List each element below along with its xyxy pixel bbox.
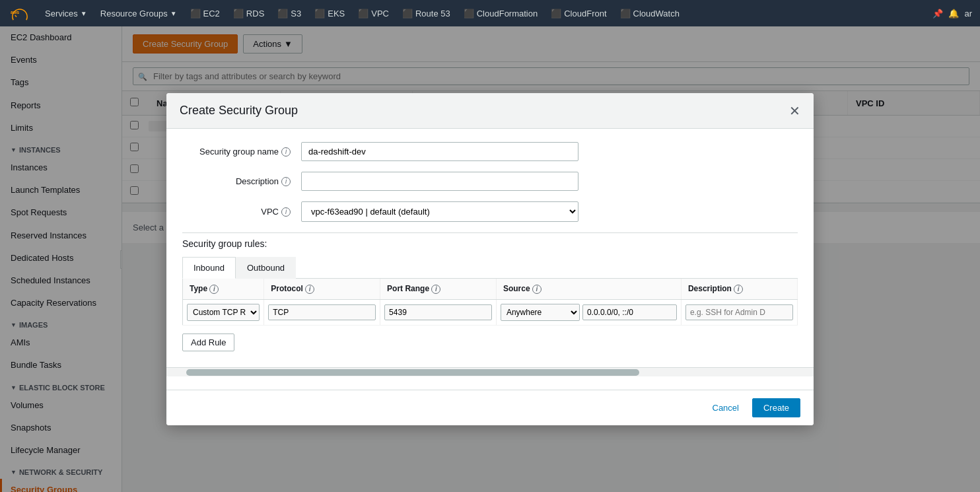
nav-rds[interactable]: ⬛ RDS [228, 6, 269, 21]
create-button[interactable]: Create [752, 398, 800, 417]
description-input[interactable] [301, 172, 578, 191]
tab-inbound[interactable]: Inbound [182, 257, 236, 279]
nav-cloudformation[interactable]: ⬛ CloudFormation [458, 6, 543, 21]
vpc-info-icon[interactable]: i [281, 207, 291, 217]
name-info-icon[interactable]: i [281, 147, 291, 157]
th-type: Type i [183, 279, 264, 299]
rule-protocol-input[interactable] [268, 304, 376, 320]
nav-resource-groups[interactable]: Resource Groups ▼ [95, 6, 182, 21]
nav-cloudfront[interactable]: ⬛ CloudFront [545, 6, 612, 21]
nav-services[interactable]: Services ▼ [40, 6, 92, 21]
nav-vpc[interactable]: ⬛ VPC [353, 6, 394, 21]
th-protocol: Protocol i [264, 279, 380, 299]
rule-type-cell: Custom TCP R [183, 299, 264, 325]
nav-route53[interactable]: ⬛ Route 53 [397, 6, 456, 21]
modal-title: Create Security Group [180, 104, 298, 118]
cancel-button[interactable]: Cancel [706, 399, 746, 417]
modal-scroll-thumb [186, 369, 639, 376]
nav-right-icons: 📌 🔔 ar [932, 9, 972, 18]
rules-tabs: Inbound Outbound [182, 257, 798, 279]
modal-overlay: Create Security Group ✕ Security group n… [0, 26, 980, 492]
rules-table: Type i Protocol i Port Range i [182, 279, 798, 326]
top-nav: aws Services ▼ Resource Groups ▼ ⬛ EC2 ⬛… [0, 0, 980, 26]
vpc-label: VPC i [182, 207, 301, 217]
form-row-name: Security group name i [182, 142, 798, 161]
nav-cloudwatch[interactable]: ⬛ CloudWatch [615, 6, 685, 21]
rule-port-range-input[interactable] [384, 304, 492, 320]
rule-port-range-cell [380, 299, 497, 325]
port-range-info-icon[interactable]: i [431, 285, 440, 294]
source-info-icon[interactable]: i [532, 285, 542, 294]
description-info-icon[interactable]: i [281, 177, 291, 186]
nav-eks[interactable]: ⬛ EKS [309, 6, 350, 21]
rule-row: Custom TCP R [183, 299, 798, 325]
description-label: Description i [182, 176, 301, 186]
modal-body: Security group name i Description i [166, 129, 814, 390]
rule-description-input[interactable] [685, 304, 793, 320]
aws-logo[interactable]: aws [8, 6, 32, 20]
modal-footer: Cancel Create [166, 390, 814, 425]
tab-outbound[interactable]: Outbound [236, 257, 296, 279]
rule-description-cell [681, 299, 797, 325]
rule-type-select[interactable]: Custom TCP R [187, 304, 260, 321]
bell-icon[interactable]: 🔔 [948, 9, 959, 18]
security-group-name-input[interactable] [301, 142, 578, 161]
rule-protocol-cell [264, 299, 380, 325]
description-input-wrap [301, 172, 798, 191]
rules-section: Security group rules: Inbound Outbound T… [182, 238, 798, 351]
nav-ec2[interactable]: ⬛ EC2 [185, 6, 225, 21]
th-description: Description i [681, 279, 797, 299]
vpc-select-wrap: vpc-f63ead90 | default (default) [301, 201, 798, 222]
svg-text:aws: aws [11, 10, 19, 15]
protocol-info-icon[interactable]: i [305, 285, 314, 294]
description-col-info-icon[interactable]: i [734, 285, 743, 294]
modal-header: Create Security Group ✕ [166, 93, 814, 129]
add-rule-button[interactable]: Add Rule [182, 334, 234, 351]
user-menu[interactable]: ar [964, 9, 972, 18]
vpc-select[interactable]: vpc-f63ead90 | default (default) [301, 201, 578, 222]
modal-close-button[interactable]: ✕ [789, 104, 800, 118]
th-port-range: Port Range i [380, 279, 497, 299]
rules-title: Security group rules: [182, 238, 798, 249]
rules-table-header-row: Type i Protocol i Port Range i [183, 279, 798, 299]
rule-source-value-input[interactable] [582, 304, 677, 320]
create-security-group-modal: Create Security Group ✕ Security group n… [166, 93, 814, 425]
rule-source-type-select[interactable]: Anywhere Custom My IP [501, 304, 580, 321]
name-input-wrap [301, 142, 798, 161]
nav-s3[interactable]: ⬛ S3 [272, 6, 306, 21]
modal-horizontal-scrollbar[interactable] [166, 367, 814, 376]
rule-source-cell: Anywhere Custom My IP [496, 299, 681, 325]
pin-icon[interactable]: 📌 [932, 9, 943, 18]
th-source: Source i [496, 279, 681, 299]
rules-divider [182, 232, 798, 233]
type-info-icon[interactable]: i [209, 285, 219, 294]
name-label: Security group name i [182, 147, 301, 157]
form-row-description: Description i [182, 172, 798, 191]
form-row-vpc: VPC i vpc-f63ead90 | default (default) [182, 201, 798, 222]
